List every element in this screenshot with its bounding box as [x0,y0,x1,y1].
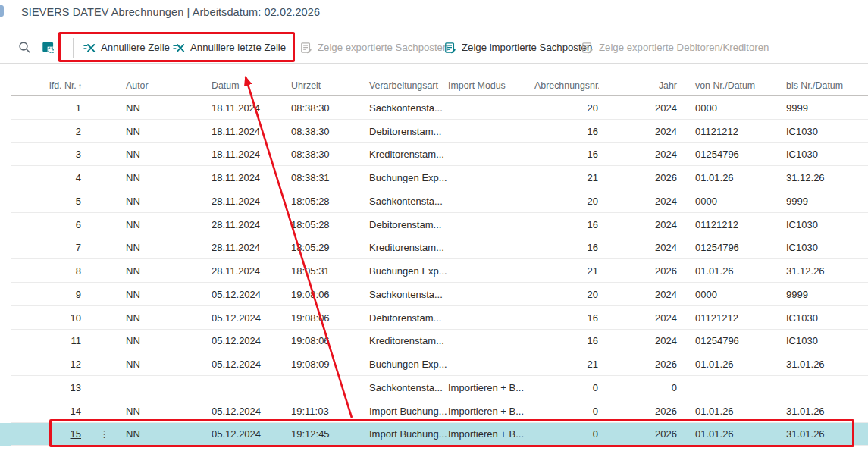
cell-verarbeitungsart: Kreditorenstam... [368,149,447,160]
cell-verarbeitungsart: Sachkontensta... [368,289,447,300]
cell-abrechnungsnr: 0 [534,428,599,440]
table-row[interactable]: 2 ⋮ NN 18.11.2024 08:38:30 Debitorenstam… [0,120,868,143]
cell-verarbeitungsart: Debitorenstam... [368,312,447,324]
cell-autor: NN [125,289,205,300]
cell-bis-nr-datum[interactable]: 9999 [785,289,868,300]
action-button-label: Zeige importierte Sachposten [462,42,592,53]
cell-von-nr-datum[interactable]: 01121212 [678,219,785,230]
action-button[interactable]: Annulliere Zeile [83,32,170,63]
row-menu[interactable]: ⋮ [83,428,125,440]
cell-bis-nr-datum[interactable]: IC1030 [785,219,868,230]
cell-lfd-nr[interactable]: 6 [49,219,83,230]
table-row[interactable]: 15 ⋮ NN 05.12.2024 19:12:45 Import Buchu… [0,423,868,446]
search-icon[interactable] [18,41,31,54]
cell-von-nr-datum[interactable]: 01254796 [678,149,785,160]
cell-bis-nr-datum[interactable]: 31.01.26 [785,359,868,370]
column-header-lfd-nr[interactable]: lfd. Nr.↑ [49,80,83,91]
cell-lfd-nr[interactable]: 7 [49,242,83,253]
table-row[interactable]: 13 ⋮ Sachkontensta... Importieren + B...… [0,376,868,399]
column-header-verarbeitungsart[interactable]: Verarbeitungsart [368,80,447,91]
cell-verarbeitungsart: Import Buchung... [368,405,447,417]
table-row[interactable]: 9 ⋮ NN 05.12.2024 19:08:06 Sachkontensta… [0,283,868,306]
cell-bis-nr-datum[interactable]: IC1030 [785,335,868,346]
table-row[interactable]: 3 ⋮ NN 18.11.2024 08:38:30 Kreditorensta… [0,143,868,167]
cell-verarbeitungsart: Sachkontensta... [368,196,447,207]
cell-lfd-nr[interactable]: 14 [49,405,83,417]
cell-von-nr-datum[interactable]: 0000 [678,289,785,300]
cell-lfd-nr[interactable]: 12 [49,359,83,370]
cell-bis-nr-datum[interactable]: IC1030 [785,312,868,324]
cell-jahr: 2024 [599,149,678,160]
cell-abrechnungsnr: 20 [534,289,599,300]
cell-von-nr-datum[interactable]: 01121212 [678,312,785,324]
column-header-datum[interactable]: Datum [205,80,284,91]
cell-uhrzeit: 08:38:30 [284,126,368,137]
column-header-uhrzeit[interactable]: Uhrzeit [284,80,368,91]
action-button[interactable]: Zeige importierte Sachposten [444,32,592,63]
cell-bis-nr-datum[interactable]: 31.12.26 [785,265,868,277]
cell-abrechnungsnr: 20 [534,102,599,114]
cell-lfd-nr[interactable]: 2 [49,126,83,137]
cell-lfd-nr[interactable]: 8 [49,265,83,277]
cell-lfd-nr[interactable]: 13 [49,382,83,393]
table-row[interactable]: 14 ⋮ NN 05.12.2024 19:11:03 Import Buchu… [0,399,868,423]
cell-lfd-nr[interactable]: 1 [49,102,83,114]
cell-bis-nr-datum[interactable]: 31.01.26 [785,428,868,440]
column-header-von-nr-datum[interactable]: von Nr./Datum [678,80,785,91]
table-row[interactable]: 10 ⋮ NN 05.12.2024 19:08:06 Debitorensta… [0,306,868,330]
action-button[interactable]: Annulliere letzte Zeile [173,32,286,63]
cell-jahr: 2024 [599,102,678,114]
cell-von-nr-datum[interactable]: 0000 [678,102,785,114]
cell-bis-nr-datum[interactable]: IC1030 [785,242,868,253]
cell-bis-nr-datum[interactable]: 9999 [785,102,868,114]
cell-bis-nr-datum[interactable]: 9999 [785,196,868,207]
cell-uhrzeit: 19:08:06 [284,312,368,324]
table-row[interactable]: 12 ⋮ NN 05.12.2024 19:08:09 Buchungen Ex… [0,352,868,376]
cell-von-nr-datum[interactable]: 01.01.26 [678,172,785,183]
column-header-autor[interactable]: Autor [125,80,205,91]
cell-bis-nr-datum[interactable]: 31.12.26 [785,172,868,183]
cell-abrechnungsnr: 21 [534,359,599,370]
column-header-jahr[interactable]: Jahr [599,80,678,91]
cell-uhrzeit: 18:05:28 [284,219,368,230]
cell-lfd-nr[interactable]: 11 [49,335,83,346]
cell-lfd-nr[interactable]: 9 [49,289,83,300]
cell-lfd-nr[interactable]: 10 [49,312,83,324]
cell-jahr: 2024 [599,196,678,207]
action-button-label: Annulliere letzte Zeile [190,42,286,53]
table-row[interactable]: 6 ⋮ NN 28.11.2024 18:05:28 Debitorenstam… [0,213,868,236]
cell-uhrzeit: 08:38:30 [284,102,368,114]
analyze-icon[interactable] [42,41,55,54]
cell-von-nr-datum[interactable]: 01121212 [678,126,785,137]
entries-icon [444,42,456,54]
cell-abrechnungsnr: 16 [534,242,599,253]
cell-jahr: 2026 [599,265,678,277]
cell-von-nr-datum[interactable]: 0000 [678,196,785,207]
cell-bis-nr-datum[interactable]: 31.01.26 [785,405,868,417]
table-row[interactable]: 11 ⋮ NN 05.12.2024 19:08:06 Kreditorenst… [0,330,868,353]
cell-lfd-nr[interactable]: 15 [49,428,83,440]
cell-verarbeitungsart: Buchungen Exp... [368,359,447,370]
column-header-bis-nr-datum[interactable]: bis Nr./Datum [785,80,868,91]
table-row[interactable]: 5 ⋮ NN 28.11.2024 18:05:28 Sachkontensta… [0,189,868,213]
cell-lfd-nr[interactable]: 4 [49,172,83,183]
column-header-abrechnungsnr[interactable]: Abrechnungsnr. [534,80,599,91]
table-row[interactable]: 7 ⋮ NN 28.11.2024 18:05:29 Kreditorensta… [0,236,868,260]
table-row[interactable]: 8 ⋮ NN 28.11.2024 18:05:31 Buchungen Exp… [0,259,868,283]
cell-bis-nr-datum[interactable]: IC1030 [785,126,868,137]
row-menu-ellipsis-icon[interactable]: ⋮ [99,428,109,440]
cell-von-nr-datum[interactable]: 01254796 [678,242,785,253]
table-row[interactable]: 1 ⋮ NN 18.11.2024 08:38:30 Sachkontensta… [0,96,868,120]
cell-datum: 18.11.2024 [205,102,284,114]
cell-von-nr-datum[interactable]: 01.01.26 [678,405,785,417]
cell-von-nr-datum[interactable]: 01254796 [678,335,785,346]
cell-von-nr-datum[interactable]: 01.01.26 [678,428,785,440]
cell-lfd-nr[interactable]: 3 [49,149,83,160]
action-button: Zeige exportierte Sachposten [300,32,448,63]
column-header-import-modus[interactable]: Import Modus [447,80,534,91]
cell-lfd-nr[interactable]: 5 [49,196,83,207]
table-row[interactable]: 4 ⋮ NN 18.11.2024 08:38:31 Buchungen Exp… [0,166,868,189]
cell-bis-nr-datum[interactable]: IC1030 [785,149,868,160]
cell-von-nr-datum[interactable]: 01.01.26 [678,359,785,370]
cell-von-nr-datum[interactable]: 01.01.26 [678,265,785,277]
